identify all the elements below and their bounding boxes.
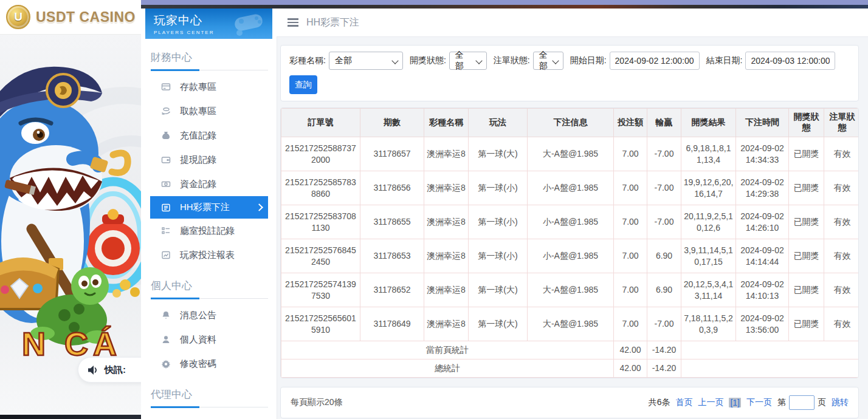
order-status-select[interactable]: 全部	[533, 52, 563, 70]
cell-lottery-name: 澳洲幸运8	[424, 171, 469, 205]
cell-win-loss: -7.00	[647, 137, 681, 171]
speaker-icon	[88, 365, 99, 375]
sidebar-item[interactable]: 個人資料	[150, 327, 268, 352]
section-underline	[151, 298, 268, 299]
next-page-link[interactable]: 下一页	[746, 397, 772, 408]
hamburger-menu-icon[interactable]	[288, 18, 298, 27]
sidebar-item[interactable]: 充值記錄	[150, 123, 268, 148]
cell-lottery-name: 澳洲幸运8	[424, 137, 469, 171]
recharge-record-icon	[161, 131, 171, 140]
cell-draw-result: 7,18,11,1,5,20,3,9	[681, 307, 736, 341]
table-header-row: 訂單號期數彩種名稱玩法下注信息投注額輸贏開獎結果下注時間開獎狀態注單狀態	[281, 109, 859, 137]
profile-person-icon	[161, 335, 171, 344]
cell-play-type: 第一球(大)	[469, 273, 528, 307]
summary-label: 總統計	[281, 359, 614, 378]
lottery-name-select[interactable]: 全部	[329, 52, 403, 70]
sidebar-item[interactable]: 資金記錄	[150, 172, 268, 196]
first-page-link[interactable]: 首页	[675, 397, 692, 408]
cell-draw-result: 19,9,12,6,20,16,14,7	[681, 171, 736, 205]
cell-play-type: 第一球(小)	[469, 205, 528, 239]
order-status-label: 注單狀態:	[494, 55, 530, 66]
summary-empty	[681, 359, 859, 378]
cell-draw-result: 3,9,11,14,5,10,17,15	[681, 239, 736, 273]
sidebar-item[interactable]: 代理規則說明	[150, 412, 268, 419]
cell-bet-info: 大-A盤@1.985	[528, 137, 614, 171]
cell-order-no: 2152172525656015910	[281, 307, 360, 341]
end-date-input[interactable]	[745, 52, 835, 70]
section-title: 個人中心	[151, 279, 268, 293]
cell-win-loss: -7.00	[647, 171, 681, 205]
draw-status-select[interactable]: 全部	[449, 52, 487, 70]
jump-button[interactable]: 跳转	[832, 397, 849, 408]
cell-lottery-name: 澳洲幸运8	[424, 307, 469, 341]
column-header: 輸贏	[647, 109, 681, 137]
cell-period: 31178656	[360, 171, 424, 205]
cell-bet-amount: 7.00	[614, 273, 647, 307]
cell-bet-amount: 7.00	[614, 205, 647, 239]
cell-order-status: 有效	[824, 273, 859, 307]
column-header: 下注時間	[736, 109, 789, 137]
top-banner-strips	[141, 0, 868, 9]
cell-draw-status: 已開獎	[789, 273, 824, 307]
brand-logo[interactable]: U USDT CASINO	[0, 0, 141, 35]
cell-order-no: 2152172525768452450	[281, 239, 360, 273]
sidebar-item[interactable]: 廳室投註記錄	[150, 219, 268, 243]
current-page: [1]	[729, 398, 741, 407]
cell-win-loss: 6.90	[647, 239, 681, 273]
cell-lottery-name: 澳洲幸运8	[424, 273, 469, 307]
cell-lottery-name: 澳洲幸运8	[424, 205, 469, 239]
withdraw-record-icon	[161, 155, 171, 165]
table-row: 215217252588737200031178657澳洲幸运8第一球(大)大-…	[281, 137, 859, 171]
page-size-text: 每頁顯示20條	[291, 397, 343, 408]
sidebar-item-label: 個人資料	[180, 334, 216, 346]
sidebar-item-label: 消息公告	[180, 310, 216, 321]
sidebar-item[interactable]: 消息公告	[150, 303, 268, 327]
table-row: 215217252585783886031178656澳洲幸运8第一球(小)小-…	[281, 171, 859, 205]
sidebar: 玩家中心 PLAYERS CENTER 財務中心存款專區取款專區充值記錄提現記錄…	[141, 9, 277, 419]
sidebar-item-label: 提現記錄	[180, 154, 216, 166]
summary-win-loss-total: -14.20	[647, 341, 681, 359]
news-ticker[interactable]: 快訊:	[78, 357, 141, 383]
section-underline	[151, 406, 268, 408]
lottery-bet-icon	[161, 203, 171, 213]
start-date-input[interactable]	[610, 52, 700, 70]
cell-bet-amount: 7.00	[614, 239, 647, 273]
cell-bet-time: 2024-09-02 14:10:13	[736, 273, 789, 307]
cell-bet-time: 2024-09-02 14:26:10	[736, 205, 789, 239]
withdraw-hand-icon	[161, 106, 171, 116]
cell-bet-amount: 7.00	[614, 171, 647, 205]
brand-name: USDT CASINO	[36, 9, 136, 26]
cell-bet-info: 大-A盤@1.985	[528, 307, 614, 341]
cell-period: 31178655	[360, 205, 424, 239]
sidebar-item[interactable]: HH彩票下注	[150, 196, 268, 219]
sidebar-item[interactable]: 修改密碼	[150, 352, 268, 376]
cell-bet-time: 2024-09-02 14:34:33	[736, 137, 789, 171]
sidebar-item[interactable]: 存款專區	[150, 75, 268, 99]
left-promo-region: U USDT CASINO	[0, 0, 141, 419]
sidebar-item[interactable]: 提現記錄	[150, 148, 268, 172]
sidebar-item[interactable]: 玩家投注報表	[150, 243, 268, 267]
cell-period: 31178653	[360, 239, 424, 273]
announcement-bell-icon	[161, 310, 171, 320]
sidebar-item-label: HH彩票下注	[180, 202, 230, 213]
cell-draw-status: 已開獎	[789, 137, 824, 171]
sidebar-item[interactable]: 取款專區	[150, 99, 268, 123]
summary-empty	[681, 341, 859, 359]
sidebar-header: 玩家中心 PLAYERS CENTER	[145, 9, 272, 39]
query-button[interactable]: 查詢	[289, 75, 317, 94]
total-count: 共6条	[649, 397, 670, 408]
cell-draw-status: 已開獎	[789, 205, 824, 239]
column-header: 期數	[360, 109, 424, 137]
cell-period: 31178652	[360, 273, 424, 307]
sidebar-item-label: 修改密碼	[180, 358, 216, 370]
column-header: 彩種名稱	[424, 109, 469, 137]
summary-label: 當前頁統計	[281, 341, 614, 359]
table-row: 215217252565601591031178649澳洲幸运8第一球(大)大-…	[281, 307, 859, 341]
page-jump-input[interactable]	[789, 395, 815, 410]
gamepad-icon	[231, 12, 266, 36]
sidebar-item-label: 充值記錄	[180, 130, 216, 141]
main-header: HH彩票下注	[277, 9, 868, 37]
prev-page-link[interactable]: 上一页	[698, 397, 723, 408]
column-header: 玩法	[469, 109, 528, 137]
cell-order-no: 2152172525741397530	[281, 273, 360, 307]
